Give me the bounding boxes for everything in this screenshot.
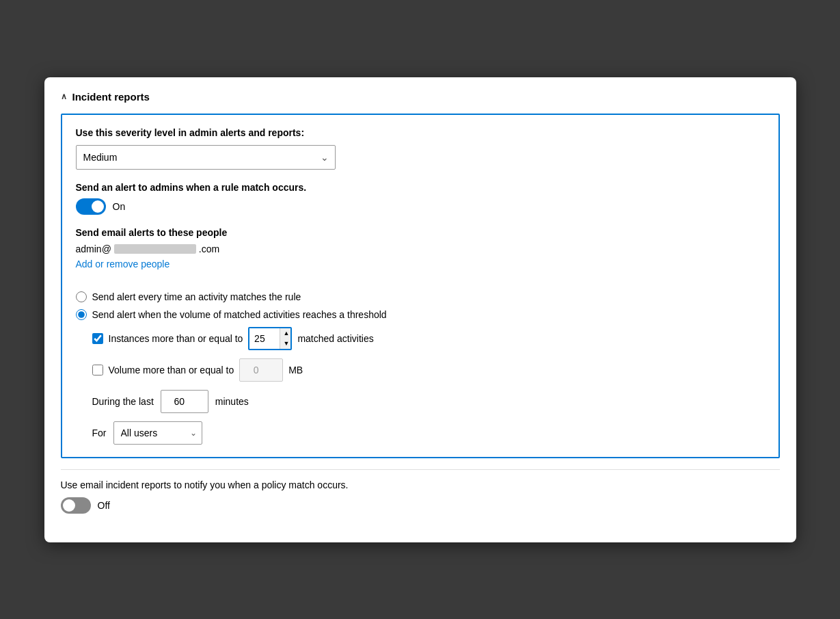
admin-alert-label: Send an alert to admins when a rule matc… [76, 182, 765, 193]
admin-alert-toggle-label: On [113, 201, 126, 212]
bottom-toggle[interactable] [61, 497, 91, 514]
email-suffix: .com [199, 243, 219, 254]
radio-every-activity[interactable] [76, 291, 87, 302]
add-remove-people-link[interactable]: Add or remove people [76, 259, 170, 269]
volume-input [240, 362, 282, 378]
radio-section: Send alert every time an activity matche… [76, 291, 765, 320]
instances-spinner: ▲ ▼ [280, 328, 292, 349]
instances-up-button[interactable]: ▲ [280, 328, 292, 339]
admin-alert-toggle[interactable] [76, 198, 106, 215]
bottom-label: Use email incident reports to notify you… [61, 479, 780, 490]
matched-activities-label: matched activities [297, 333, 373, 344]
minutes-input-box [161, 390, 208, 413]
volume-input-box [239, 358, 283, 382]
instances-input[interactable] [249, 330, 280, 347]
main-panel: ∧ Incident reports Use this severity lev… [44, 77, 796, 542]
radio-volume-threshold-label: Send alert when the volume of matched ac… [92, 309, 387, 320]
for-label: For [92, 427, 107, 438]
volume-unit-label: MB [288, 365, 303, 376]
email-redacted [114, 244, 196, 254]
radio-volume-threshold[interactable] [76, 309, 87, 320]
section-header: ∧ Incident reports [61, 91, 780, 103]
email-prefix: admin@ [76, 243, 111, 254]
admin-alert-toggle-row: On [76, 198, 765, 215]
radio-row-2: Send alert when the volume of matched ac… [76, 309, 765, 320]
threshold-section: Instances more than or equal to ▲ ▼ matc… [92, 327, 765, 445]
collapse-icon[interactable]: ∧ [61, 92, 67, 101]
severity-select-wrapper: Low Medium High ⌄ [76, 145, 336, 170]
volume-label: Volume more than or equal to [109, 365, 234, 376]
bottom-section: Use email incident reports to notify you… [61, 458, 780, 514]
instances-input-box: ▲ ▼ [248, 327, 292, 350]
during-label: During the last [92, 396, 154, 407]
volume-row: Volume more than or equal to MB [92, 358, 765, 382]
minutes-input[interactable] [161, 393, 208, 410]
for-row: For All users Specific users ⌄ [92, 421, 765, 445]
volume-checkbox[interactable] [92, 365, 103, 376]
email-value: admin@ .com [76, 243, 765, 254]
during-row: During the last minutes [92, 390, 765, 413]
email-alerts-label: Send email alerts to these people [76, 227, 765, 238]
for-select[interactable]: All users Specific users [113, 421, 202, 445]
instances-checkbox[interactable] [92, 333, 103, 344]
instances-row: Instances more than or equal to ▲ ▼ matc… [92, 327, 765, 350]
for-select-wrapper: All users Specific users ⌄ [113, 421, 202, 445]
incident-reports-box: Use this severity level in admin alerts … [61, 114, 780, 458]
section-title: Incident reports [72, 91, 150, 103]
instances-down-button[interactable]: ▼ [280, 339, 292, 349]
bottom-toggle-label: Off [98, 500, 110, 511]
severity-select[interactable]: Low Medium High [76, 145, 336, 170]
instances-label: Instances more than or equal to [109, 333, 243, 344]
bottom-toggle-row: Off [61, 497, 780, 514]
severity-label: Use this severity level in admin alerts … [76, 127, 765, 138]
divider [61, 469, 780, 470]
radio-row-1: Send alert every time an activity matche… [76, 291, 765, 302]
minutes-label: minutes [215, 396, 249, 407]
radio-every-activity-label: Send alert every time an activity matche… [92, 291, 301, 302]
